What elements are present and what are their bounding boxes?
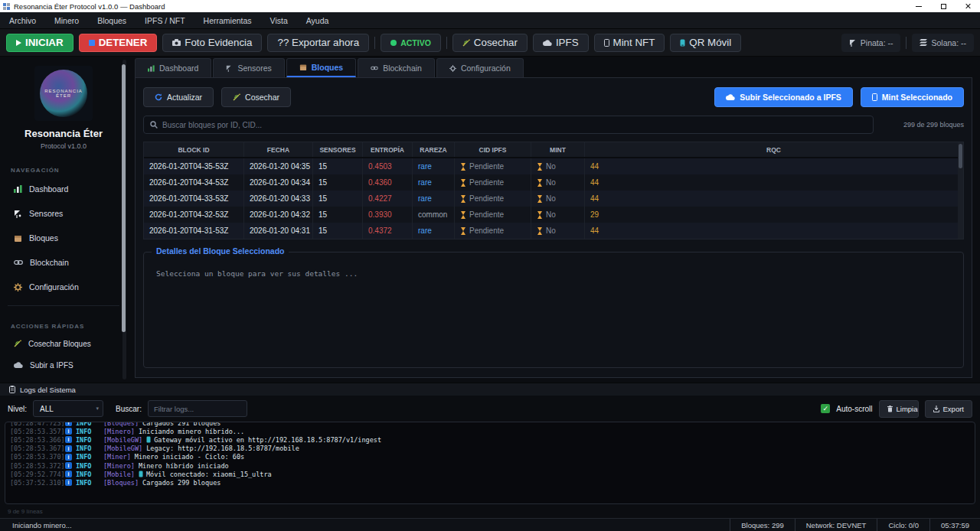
table-row[interactable]: 2026-01-20T04-35-53Z 2026-01-20 04:35 15… (144, 158, 963, 174)
maximize-button[interactable] (931, 0, 956, 12)
sidebar-scrollbar-thumb[interactable] (122, 64, 126, 332)
menu-vista[interactable]: Vista (261, 12, 297, 28)
log-filter-input[interactable] (154, 405, 241, 413)
play-icon (16, 40, 21, 46)
hourglass-icon (537, 163, 543, 171)
stop-button[interactable]: DETENER (79, 34, 158, 52)
table-row[interactable]: 2026-01-20T04-31-53Z 2026-01-20 04:31 15… (144, 223, 963, 239)
status-dot-icon (390, 40, 397, 46)
sidebar-item-blockchain[interactable]: Blockchain (0, 250, 127, 275)
cell-block-id: 2026-01-20T04-33-53Z (144, 191, 244, 207)
clear-logs-button[interactable]: Limpiar (879, 400, 919, 418)
quick-action-cosechar-bloques[interactable]: Cosechar Bloques (0, 333, 127, 354)
export-now-button[interactable]: ?? Exportar ahora (267, 34, 369, 52)
col-header-cid-ipfs[interactable]: CID IPFS (455, 142, 531, 157)
col-header-mint[interactable]: MINT (531, 142, 585, 157)
log-timestamp: [05:28:47.723] (10, 422, 65, 427)
table-scrollbar[interactable] (958, 142, 963, 239)
harvest-button[interactable]: Cosechar (452, 34, 528, 52)
sidebar-divider (8, 305, 119, 306)
log-level: INFO (76, 445, 103, 452)
menu-ipfs-nft[interactable]: IPFS / NFT (136, 12, 194, 28)
trash-icon (887, 406, 893, 412)
sidebar-item-bloques[interactable]: Bloques (0, 226, 127, 250)
tab-dashboard[interactable]: Dashboard (135, 58, 211, 77)
menu-bloques[interactable]: Bloques (88, 12, 136, 28)
log-module: [Mobile] (103, 471, 135, 478)
sidebar-item-dashboard[interactable]: Dashboard (0, 177, 127, 201)
log-view[interactable]: [05:28:47.723] i INFO [Bloques] Cargados… (5, 422, 975, 504)
cell-entropia: 0.4372 (363, 223, 413, 239)
satellite-icon (14, 210, 22, 218)
log-timestamp: [05:28:53.367] (10, 445, 65, 452)
log-timestamp: [05:28:53.366] (10, 436, 65, 444)
log-module: [MobileGW] (103, 445, 142, 452)
block-search-input[interactable] (162, 121, 867, 129)
refresh-label: Actualizar (167, 93, 202, 102)
info-icon: i (65, 428, 72, 435)
level-select[interactable]: ALL ▾ (33, 400, 103, 417)
phone-icon (146, 436, 151, 443)
harvest-blocks-button[interactable]: Cosechar (221, 87, 291, 107)
sidebar-item-sensores[interactable]: Sensores (0, 201, 127, 226)
block-details-title: Detalles del Bloque Seleccionado (152, 246, 289, 256)
cell-entropia: 0.3930 (363, 207, 413, 223)
tab-label: Bloques (312, 63, 343, 72)
photo-evidence-button[interactable]: Foto Evidencia (162, 34, 262, 52)
mint-nft-button[interactable]: Mint NFT (594, 34, 665, 52)
toolbar-separator (446, 37, 447, 49)
hourglass-icon (460, 163, 466, 171)
stop-icon (89, 40, 95, 46)
minimize-button[interactable] (906, 0, 931, 12)
cloud-icon (543, 40, 552, 46)
close-button[interactable] (956, 0, 980, 12)
quick-action-subir-ipfs[interactable]: Subir a IPFS (0, 354, 127, 376)
log-level: INFO (76, 479, 103, 487)
col-header-block-id[interactable]: BLOCK ID (144, 142, 244, 157)
log-level: INFO (76, 436, 103, 444)
upload-selected-button[interactable]: Subir Seleccionado a IPFS (714, 87, 852, 107)
col-header-sensores[interactable]: SENSORES (313, 142, 363, 157)
table-scrollbar-thumb[interactable] (959, 144, 962, 168)
tab-configuracion[interactable]: Configuración (436, 58, 524, 77)
sidebar-scrollbar[interactable] (122, 60, 126, 380)
col-header-fecha[interactable]: FECHA (244, 142, 313, 157)
start-button[interactable]: INICIAR (6, 34, 74, 52)
wheat-icon (462, 39, 470, 47)
ipfs-button[interactable]: IPFS (533, 34, 589, 52)
sidebar-item-configuracion[interactable]: Configuración (0, 275, 127, 299)
tab-bloques[interactable]: Bloques (286, 58, 356, 77)
export-logs-button[interactable]: Export (925, 400, 972, 418)
tab-sensores[interactable]: Sensores (213, 58, 284, 77)
toolbar-separator (906, 37, 906, 49)
app-window-icon (3, 3, 10, 10)
menu-ayuda[interactable]: Ayuda (297, 12, 338, 28)
phone-icon (680, 39, 685, 47)
wheat-icon (233, 93, 240, 101)
col-header-rareza[interactable]: RAREZA (413, 142, 455, 157)
status-message: Iniciando minero... (0, 521, 730, 529)
nft-badge-icon (604, 39, 609, 47)
table-row[interactable]: 2026-01-20T04-32-53Z 2026-01-20 04:32 15… (144, 207, 963, 223)
refresh-button[interactable]: Actualizar (143, 87, 214, 107)
info-icon: i (65, 445, 72, 452)
menu-archivo[interactable]: Archivo (0, 12, 45, 28)
table-row[interactable]: 2026-01-20T04-33-53Z 2026-01-20 04:33 15… (144, 191, 963, 207)
menu-minero[interactable]: Minero (45, 12, 88, 28)
col-header-rqc[interactable]: RQC (585, 142, 963, 157)
qr-movil-button[interactable]: QR Móvil (670, 34, 741, 52)
tab-blockchain[interactable]: Blockchain (358, 58, 435, 77)
log-timestamp: [05:28:53.372] (10, 462, 65, 470)
log-lines-count: 9 de 9 líneas (0, 504, 980, 518)
cell-rareza: rare (413, 191, 455, 207)
table-row[interactable]: 2026-01-20T04-34-53Z 2026-01-20 04:34 15… (144, 174, 963, 191)
mint-selected-button[interactable]: Mint Seleccionado (861, 87, 964, 107)
menu-herramientas[interactable]: Herramientas (194, 12, 261, 28)
cell-mint: No (546, 226, 556, 235)
autoscroll-checkbox[interactable]: ✓ (821, 404, 830, 413)
autoscroll-label: Auto-scroll (836, 405, 872, 413)
log-timestamp: [05:29:52.774] (10, 471, 65, 478)
logo-text-line2: ÉTER (56, 93, 71, 98)
hourglass-icon (537, 211, 543, 219)
col-header-entropia[interactable]: ENTROPÍA (363, 142, 413, 157)
